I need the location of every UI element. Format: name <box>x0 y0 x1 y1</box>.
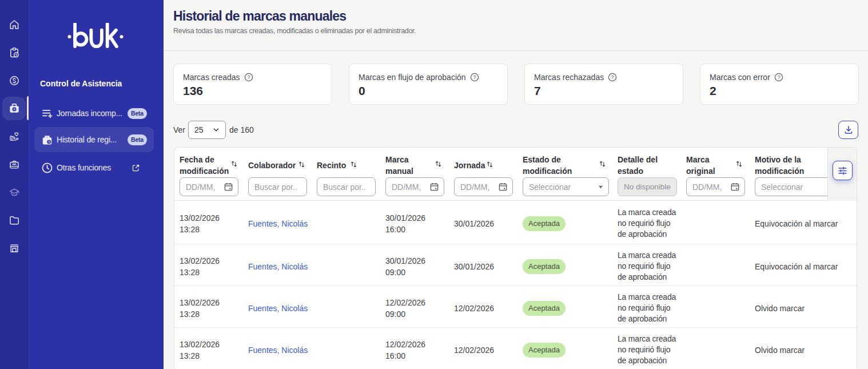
svg-text:?: ? <box>473 74 476 80</box>
svg-text:?: ? <box>247 74 250 80</box>
svg-text:?: ? <box>611 74 614 80</box>
svg-text:?: ? <box>777 74 780 80</box>
